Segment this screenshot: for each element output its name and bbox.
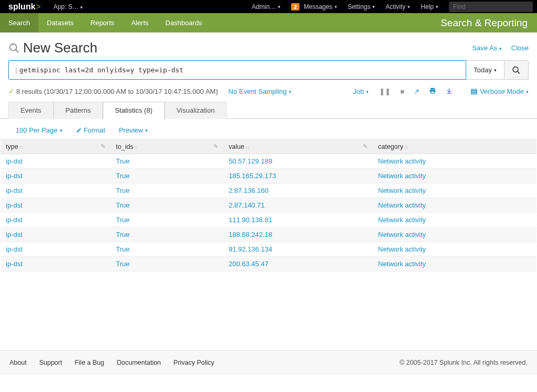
cell-link[interactable]: 50.57.129.189 [229, 157, 272, 165]
per-page-menu[interactable]: 100 Per Page ▾ [16, 126, 62, 134]
svg-rect-8 [471, 91, 477, 92]
cell-link[interactable]: True [116, 157, 130, 165]
cell-link[interactable]: Network activity [378, 260, 426, 268]
job-menu[interactable]: Job▾ [353, 88, 369, 95]
footer-support[interactable]: Support [39, 359, 62, 366]
cell-link[interactable]: ip-dst [6, 157, 23, 165]
event-sampling-menu[interactable]: No Event Sampling▾ [229, 88, 292, 95]
cell-value: 188.68.242.18 [223, 227, 373, 242]
pencil-icon[interactable]: ✎ [213, 143, 218, 150]
cell-link[interactable]: ip-dst [6, 172, 23, 180]
cell-link[interactable]: 185.165.29.173 [229, 172, 276, 180]
cell-link[interactable]: Network activity [378, 231, 426, 238]
chevron-down-icon: ▾ [145, 128, 148, 133]
cell-to_ids: True [111, 154, 223, 169]
cell-link[interactable]: Network activity [378, 172, 426, 180]
download-icon[interactable] [446, 88, 453, 96]
nav-datasets[interactable]: Datasets [38, 13, 82, 32]
help-menu[interactable]: Help▾ [415, 3, 444, 10]
chevron-down-icon: ▾ [366, 89, 369, 94]
cell-link[interactable]: True [116, 231, 130, 238]
footer-documentation[interactable]: Documentation [117, 359, 161, 366]
cell-link[interactable]: 200.63.45.47 [229, 260, 268, 268]
cell-category: Network activity [373, 198, 536, 213]
cell-link[interactable]: 2.87.136.160 [229, 187, 268, 194]
cell-link[interactable]: Network activity [378, 157, 426, 165]
check-icon: ✓ [8, 88, 14, 95]
cell-link[interactable]: ip-dst [6, 201, 23, 209]
format-menu[interactable]: Format [76, 126, 105, 134]
navbar: Search Datasets Reports Alerts Dashboard… [0, 13, 537, 32]
footer-about[interactable]: About [9, 359, 27, 366]
cell-link[interactable]: True [116, 245, 130, 253]
cell-link[interactable]: 188.68.242.18 [229, 231, 272, 238]
chevron-down-icon: ▾ [289, 89, 292, 94]
activity-menu[interactable]: Activity▾ [380, 3, 415, 10]
footer: About Support File a Bug Documentation P… [0, 350, 537, 375]
cell-link[interactable]: 2.87.140.71 [229, 201, 265, 209]
tab-patterns[interactable]: Patterns [53, 102, 103, 119]
cell-value: 185.165.29.173 [223, 169, 373, 183]
job-controls: ❚❚ ■ ↗ [379, 87, 453, 96]
results-toolbar: 100 Per Page ▾ Format Preview ▾ [0, 119, 537, 139]
pause-icon[interactable]: ❚❚ [379, 88, 391, 95]
app-menu[interactable]: App: S… ▾ [48, 3, 88, 10]
search-button[interactable] [504, 60, 529, 80]
print-icon[interactable] [429, 87, 436, 96]
cell-link[interactable]: Network activity [378, 245, 426, 253]
cell-link[interactable]: 91.92.136.134 [229, 245, 272, 253]
tab-visualization[interactable]: Visualization [165, 102, 227, 119]
messages-menu[interactable]: 2 Messages▾ [286, 3, 342, 10]
topbar: splunk App: S… ▾ Admin…▾ 2 Messages▾ Set… [0, 0, 537, 13]
cell-link[interactable]: True [116, 201, 130, 209]
stop-icon[interactable]: ■ [400, 88, 404, 95]
search-icon [512, 66, 521, 75]
search-mode-menu[interactable]: Verbose Mode▾ [470, 88, 529, 95]
preview-menu[interactable]: Preview ▾ [119, 126, 148, 134]
cell-link[interactable]: Network activity [378, 187, 426, 194]
share-icon[interactable]: ↗ [414, 88, 420, 95]
tab-events[interactable]: Events [8, 102, 53, 119]
footer-file-bug[interactable]: File a Bug [74, 359, 104, 366]
svg-rect-9 [471, 93, 477, 94]
cell-link[interactable]: ip-dst [6, 245, 23, 253]
cell-link[interactable]: 111.90.138.81 [229, 216, 272, 224]
pencil-icon[interactable]: ✎ [363, 143, 368, 150]
col-header-category[interactable]: category◇ [373, 140, 536, 154]
search-icon [8, 42, 20, 54]
save-as-menu[interactable]: Save As ▾ [472, 44, 501, 52]
admin-menu[interactable]: Admin…▾ [246, 3, 286, 10]
cell-link[interactable]: ip-dst [6, 260, 23, 268]
footer-privacy[interactable]: Privacy Policy [174, 359, 214, 366]
cell-type: ip-dst [1, 227, 111, 242]
cell-link[interactable]: True [116, 187, 130, 194]
col-header-type[interactable]: type◇✎ [1, 140, 111, 154]
results-table: type◇✎ to_ids◇✎ value◇✎ category◇ ip-dst… [1, 139, 536, 271]
search-input[interactable]: | getmispioc last=2d onlyids=y type=ip-d… [8, 60, 466, 80]
cell-type: ip-dst [1, 198, 111, 213]
cell-type: ip-dst [1, 213, 111, 227]
close-link[interactable]: Close [511, 44, 529, 52]
cell-link[interactable]: Network activity [378, 216, 426, 224]
nav-search[interactable]: Search [0, 13, 38, 32]
col-header-to-ids[interactable]: to_ids◇✎ [111, 140, 223, 154]
cell-link[interactable]: True [116, 260, 130, 268]
cell-link[interactable]: ip-dst [6, 187, 23, 194]
cell-link[interactable]: True [116, 216, 130, 224]
cell-link[interactable]: Network activity [378, 201, 426, 209]
pencil-icon[interactable]: ✎ [101, 143, 105, 150]
cell-link[interactable]: ip-dst [6, 216, 23, 224]
cell-value: 2.87.136.160 [223, 183, 373, 198]
cell-link[interactable]: True [116, 172, 130, 180]
find-input[interactable] [449, 2, 533, 12]
nav-reports[interactable]: Reports [82, 13, 123, 32]
cell-category: Network activity [373, 169, 536, 183]
nav-alerts[interactable]: Alerts [123, 13, 157, 32]
tab-statistics[interactable]: Statistics (8) [103, 102, 165, 119]
col-header-value[interactable]: value◇✎ [223, 140, 373, 154]
settings-menu[interactable]: Settings▾ [342, 3, 380, 10]
time-range-picker[interactable]: Today▾ [466, 60, 504, 80]
copyright: © 2005-2017 Splunk Inc. All rights reser… [400, 359, 528, 366]
nav-dashboards[interactable]: Dashboards [157, 13, 210, 32]
cell-link[interactable]: ip-dst [6, 231, 23, 238]
